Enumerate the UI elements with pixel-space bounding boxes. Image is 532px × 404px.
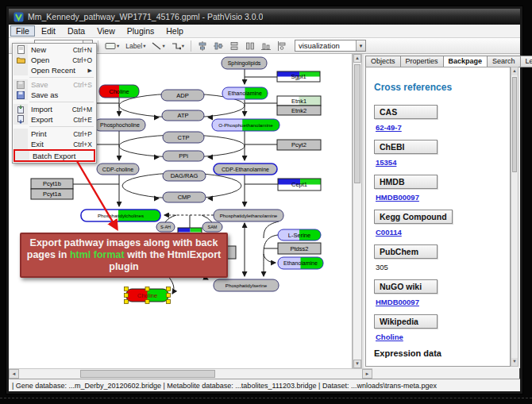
selection-handle[interactable] [167,287,171,291]
node-label: PPi [179,152,188,160]
scroll-up-icon[interactable]: ▲ [511,67,518,75]
pathway-edge [264,221,279,238]
metabolite-node[interactable]: ATP [162,110,204,121]
xref-link[interactable]: HMDB00097 [376,298,510,306]
align-middle-button[interactable] [212,40,225,52]
selection-handle[interactable] [125,300,129,304]
xref-link[interactable]: Choline [376,333,510,341]
visualization-combobox[interactable]: visualization ▾ [295,40,366,52]
horizontal-scroll-thumb[interactable] [80,370,215,378]
stack-vertical-button[interactable] [228,40,241,52]
metabolite-node[interactable]: Phosphocholine [94,119,145,131]
pathway-edge [264,254,276,263]
label-tool-button[interactable]: Label ▾ [124,40,147,52]
metabolite-node[interactable]: Phosphatidylserine [214,279,279,291]
scroll-left-icon[interactable]: ◄ [9,369,19,379]
menu-item-import[interactable]: Import Ctrl+M [13,104,95,114]
metabolite-node[interactable]: O-Phosphoethanolamine [212,119,279,131]
vertical-scroll-thumb[interactable] [354,64,360,183]
xref-link[interactable]: HMDB00097 [376,193,510,202]
xref-link[interactable]: C00114 [376,228,510,237]
cross-references-title: Cross references [374,82,510,93]
selection-handle[interactable] [125,294,129,298]
menu-file[interactable]: File [10,25,35,37]
visualization-dropdown-icon[interactable]: ▾ [356,40,365,51]
tab-backpage[interactable]: Backpage [443,56,488,67]
metabolite-node[interactable]: CMP [163,192,206,202]
align-bottom-button[interactable] [260,40,272,52]
metabolite-node[interactable]: Phosphatidylcholines [81,210,160,221]
tab-search[interactable]: Search [487,56,520,67]
tab-legend[interactable]: Legend [520,56,532,67]
metabolite-node[interactable]: PPi [163,151,204,161]
metabolite-node[interactable]: ADP [161,90,204,101]
metabolite-node[interactable]: CTP [163,132,204,143]
metabolite-node[interactable]: SAM [202,222,222,232]
node-label: Choline [137,292,157,299]
canvas-vertical-scrollbar[interactable]: ▲ ▼ [353,54,361,368]
menu-item-open-recent[interactable]: Open Recent ▶ [13,65,95,75]
connector-tool-button[interactable]: ▾ [170,40,186,52]
metabolite-node[interactable]: Choline [125,287,171,304]
menu-item-export[interactable]: Export Ctrl+E [13,114,95,125]
metabolite-node[interactable]: Ethanolamine [278,257,323,269]
metabolite-node[interactable]: L-Serine [278,229,321,240]
gene-node[interactable]: Pcyt1b [31,179,73,189]
metabolite-node[interactable]: CDP-choline [97,164,139,175]
xref-section-kegg: Kegg Compound C00114 [374,209,510,237]
scroll-down-icon[interactable]: ▼ [511,358,518,366]
menu-edit[interactable]: Edit [36,25,61,37]
menu-item-print[interactable]: Print Ctrl+P [13,129,95,139]
menu-item-save-as[interactable]: Save as [13,90,95,100]
line-tool-button[interactable]: ▾ [150,40,166,52]
metabolite-node[interactable]: S-AH [156,222,175,232]
title-bar: Mm_Kennedy_pathway_WP1771_45176.gpml - P… [9,9,520,25]
metabolite-node[interactable]: CDP-Ethanolamine [214,164,277,175]
menu-help[interactable]: Help [160,25,189,37]
gene-node[interactable]: Cept1 [278,179,321,190]
menu-data[interactable]: Data [62,25,91,37]
node-label: Pcyt2 [291,141,306,148]
menu-item-save[interactable]: Save Ctrl+S [13,79,95,90]
selection-handle[interactable] [125,287,129,291]
selection-handle[interactable] [145,287,149,291]
metabolite-node[interactable]: Ethanolamine [222,87,268,99]
canvas-horizontal-scrollbar[interactable]: ◄ ► [9,368,372,379]
gene-node[interactable]: Pcyt1a [31,189,73,199]
scroll-up-icon[interactable]: ▲ [353,54,361,63]
xref-link[interactable]: 62-49-7 [376,123,510,132]
align-center-button[interactable] [196,40,209,52]
menu-item-new[interactable]: New Ctrl+N [13,44,95,55]
gene-node[interactable]: Pcyt2 [277,140,321,150]
tab-objects[interactable]: Objects [365,56,400,67]
metabolite-node[interactable]: Sphingolipids [222,57,267,69]
datanode-tool-button[interactable]: ▾ [103,40,121,52]
scroll-down-icon[interactable]: ▼ [353,360,361,368]
stack-horizontal-button[interactable] [244,40,256,52]
menu-plugins[interactable]: Plugins [121,25,160,37]
selection-handle[interactable] [145,300,149,304]
node-label: Ethanolamine [283,260,318,266]
node-label: O-Phosphoethanolamine [218,122,273,128]
selection-handle[interactable] [167,294,171,298]
gene-node[interactable]: Sgpl1 [277,71,320,82]
panel-scroll-thumb[interactable] [512,77,517,172]
menu-item-open[interactable]: Open Ctrl+O [13,55,95,65]
menu-view[interactable]: View [91,25,121,37]
menu-item-batch-export[interactable]: Batch Export [13,149,95,162]
node-label: CDP-Ethanolamine [222,167,269,172]
gene-node[interactable]: Etnk2 [277,106,321,115]
gene-node[interactable]: Ptdss2 [278,243,321,254]
connector-icon [172,42,181,50]
menu-item-exit[interactable]: Exit Ctrl+X [13,139,95,149]
gene-node[interactable]: Etnk1 [277,96,321,106]
panel-vertical-scrollbar[interactable]: ▲ ▼ [511,67,519,367]
align-left-button[interactable] [276,40,288,52]
metabolite-node[interactable]: Phosphatidylethanolamine [214,210,283,221]
xref-link[interactable]: 15354 [376,158,510,167]
selection-handle[interactable] [167,300,171,304]
tab-properties[interactable]: Properties [400,56,443,67]
metabolite-node[interactable]: Choline [99,85,139,98]
metabolite-node[interactable]: DAG/RAG [163,171,206,181]
scroll-right-icon[interactable]: ► [362,369,372,379]
